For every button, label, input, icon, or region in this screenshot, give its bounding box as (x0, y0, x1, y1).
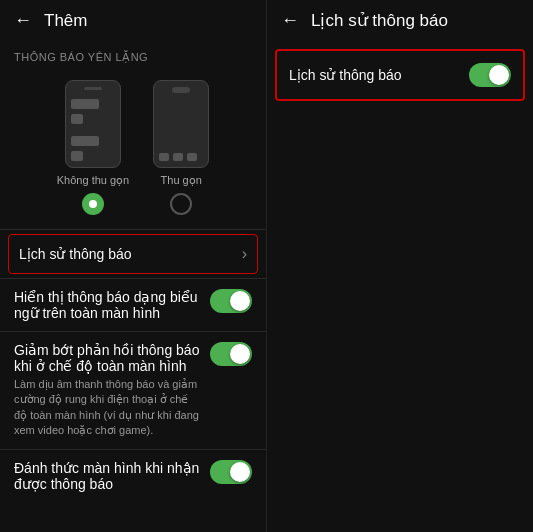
danh-thuc-man-hinh-text: Đánh thức màn hình khi nhận được thông b… (14, 460, 210, 492)
chevron-icon: › (242, 245, 247, 263)
highlighted-lich-su-label: Lịch sử thông báo (289, 67, 469, 83)
phone-block (71, 99, 99, 109)
toggle-thumb (230, 344, 250, 364)
left-back-button[interactable]: ← (14, 10, 32, 31)
left-header: ← Thêm (0, 0, 266, 41)
hien-thi-thong-bao-item[interactable]: Hiển thị thông báo dạng biểu ngữ trên to… (0, 279, 266, 331)
left-header-title: Thêm (44, 11, 87, 31)
phone-mockup-collapsed (153, 80, 209, 168)
hien-thi-thong-bao-toggle[interactable] (210, 289, 252, 313)
phone-block (71, 136, 99, 146)
giam-bot-phan-hoi-subtext: Làm dịu âm thanh thông báo và giảm cường… (14, 377, 200, 439)
phone-row-4 (71, 151, 115, 161)
phone-row-2 (71, 114, 115, 124)
highlighted-lich-su-box: Lịch sử thông báo (275, 49, 525, 101)
phone-block (71, 151, 83, 161)
left-panel: ← Thêm THÔNG BÁO YÊN LẶNG (0, 0, 266, 532)
phone-notch (172, 87, 190, 93)
hien-thi-thong-bao-label: Hiển thị thông báo dạng biểu ngữ trên to… (14, 289, 200, 321)
mode-expanded-label: Không thu gọn (57, 174, 129, 187)
right-header: ← Lịch sử thông báo (267, 0, 533, 41)
toggle-track (210, 460, 252, 484)
phone-block (159, 153, 169, 161)
toggle-track (210, 342, 252, 366)
giam-bot-phan-hoi-label: Giảm bớt phản hồi thông báo khi ở chế độ… (14, 342, 200, 374)
phone-row-1 (159, 153, 203, 161)
toggle-thumb (489, 65, 509, 85)
phone-block (173, 153, 183, 161)
toggle-track (469, 63, 511, 87)
phone-row-1 (71, 99, 115, 109)
toggle-thumb (230, 462, 250, 482)
toggle-thumb (230, 291, 250, 311)
divider-1 (0, 229, 266, 230)
mode-collapsed-radio[interactable] (170, 193, 192, 215)
lich-su-thong-bao-item[interactable]: Lịch sử thông báo › (8, 234, 258, 274)
mode-expanded[interactable]: Không thu gọn (57, 80, 129, 215)
mode-collapsed-label: Thu gọn (161, 174, 202, 187)
danh-thuc-man-hinh-toggle[interactable] (210, 460, 252, 484)
giam-bot-phan-hoi-text: Giảm bớt phản hồi thông báo khi ở chế độ… (14, 342, 210, 439)
giam-bot-phan-hoi-toggle[interactable] (210, 342, 252, 366)
danh-thuc-man-hinh-item[interactable]: Đánh thức màn hình khi nhận được thông b… (0, 450, 266, 502)
phone-block (71, 114, 83, 124)
right-panel: ← Lịch sử thông báo Lịch sử thông báo (266, 0, 533, 532)
phone-row-3 (71, 136, 115, 146)
highlighted-lich-su-item[interactable]: Lịch sử thông báo (277, 51, 523, 99)
mode-collapsed[interactable]: Thu gọn (153, 80, 209, 215)
mode-expanded-radio[interactable] (82, 193, 104, 215)
phone-block (187, 153, 197, 161)
notification-modes: Không thu gọn Thu gọn (0, 70, 266, 229)
toggle-track (210, 289, 252, 313)
danh-thuc-man-hinh-label: Đánh thức màn hình khi nhận được thông b… (14, 460, 200, 492)
phone-mockup-expanded (65, 80, 121, 168)
lich-su-thong-bao-label: Lịch sử thông báo (19, 246, 234, 262)
lich-su-toggle[interactable] (469, 63, 511, 87)
hien-thi-thong-bao-text: Hiển thị thông báo dạng biểu ngữ trên to… (14, 289, 210, 321)
right-back-button[interactable]: ← (281, 10, 299, 31)
giam-bot-phan-hoi-item[interactable]: Giảm bớt phản hồi thông báo khi ở chế độ… (0, 332, 266, 449)
section-label: THÔNG BÁO YÊN LẶNG (0, 41, 266, 70)
right-header-title: Lịch sử thông báo (311, 10, 448, 31)
phone-notch (84, 87, 102, 90)
